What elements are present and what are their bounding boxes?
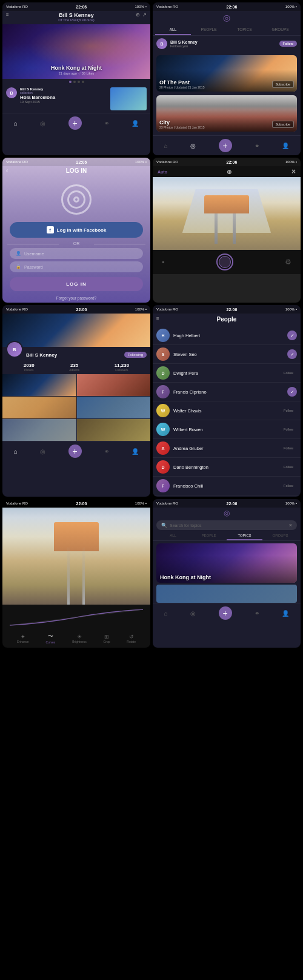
battery-4: 100% ▪ (285, 160, 297, 164)
share-icon[interactable]: ↗ (142, 12, 147, 18)
phone-search: Vodafone RO 22:06 100% ▪ ◎ ALL PEOPLE TO… (153, 2, 301, 155)
battery-8: 100% ▪ (285, 502, 297, 505)
close-icon[interactable]: × (291, 167, 296, 176)
tab-groups[interactable]: GROUPS (262, 25, 298, 35)
nav-home[interactable]: ⌂ (14, 120, 18, 127)
nav-eye-2[interactable]: ◎ (190, 143, 196, 149)
follow-francisco[interactable]: Follow (280, 483, 297, 489)
tool-crop[interactable]: ⊞ Crop (104, 634, 110, 643)
nav-add-8[interactable]: + (219, 606, 232, 620)
dot-1[interactable] (69, 81, 72, 83)
nav-bino-5[interactable]: ⚭ (104, 448, 109, 455)
person-dwight: D Dwight Pera Follow (153, 364, 301, 383)
nav-eye-5[interactable]: ◎ (40, 448, 45, 455)
nav-eye-8[interactable]: ◎ (190, 610, 196, 617)
nav-people-2[interactable]: 👤 (282, 143, 289, 149)
forgot-password-link[interactable]: Forgot your password? (2, 294, 150, 303)
nav-people-8[interactable]: 👤 (282, 610, 289, 617)
username-field[interactable]: 👤 Username (10, 248, 143, 259)
edit-toolbar: ✦ Enhance 〜 Curves ☀ Brightness ⊞ Crop ↺… (2, 629, 150, 648)
nav-home-2[interactable]: ⌂ (164, 143, 168, 149)
search-tabs: ALL PEOPLE TOPICS GROUPS (153, 25, 301, 36)
time-2: 22:06 (226, 5, 237, 9)
tool-rotate[interactable]: ↺ Rotate (127, 634, 136, 643)
topics-tab-people[interactable]: PEOPLE (191, 532, 227, 540)
status-bar-5: Vodafone RO 22:06 100% ▪ (2, 305, 150, 314)
dot-2[interactable] (73, 81, 76, 83)
phone-people: Vodafone RO 22:06 100% ▪ ≡ People H Hugh… (153, 305, 301, 497)
following-button[interactable]: Following (124, 352, 147, 358)
back-button[interactable]: ‹ (6, 167, 8, 174)
bottom-nav-2: ⌂ ◎ + ⚭ 👤 (153, 135, 301, 155)
auto-label[interactable]: Auto (158, 170, 167, 174)
carrier-3: Vodafone RO (6, 160, 28, 164)
tab-all[interactable]: ALL (155, 25, 191, 35)
follow-wilbert[interactable]: Follow (280, 426, 297, 432)
check-steven[interactable]: ✓ (287, 349, 297, 359)
subscribe-btn-past[interactable]: Subscribe (272, 81, 294, 88)
nav-eye[interactable]: ◎ (40, 120, 45, 127)
photo-3[interactable] (2, 397, 76, 418)
nav-bino-8[interactable]: ⚭ (255, 610, 259, 617)
fb-btn-label: Log in with Facebook (57, 227, 107, 233)
tool-enhance[interactable]: ✦ Enhance (17, 634, 29, 643)
follow-button[interactable]: Follow (279, 41, 297, 47)
dot-4[interactable] (82, 81, 84, 83)
target-dot (73, 196, 79, 203)
follow-dwight[interactable]: Follow (280, 370, 297, 376)
follow-walter[interactable]: Follow (280, 408, 297, 414)
flip-icon[interactable]: ⚙ (285, 258, 291, 266)
tool-curves[interactable]: 〜 Curves (45, 633, 55, 644)
check-hugh[interactable]: ✓ (287, 331, 297, 340)
photo-1[interactable] (2, 374, 76, 396)
topics-tab-topics[interactable]: TOPICS (227, 532, 262, 540)
battery-1: 100% ▪ (135, 5, 147, 8)
menu-icon-6[interactable]: ≡ (156, 316, 159, 321)
camera-icon[interactable]: ⊕ (227, 169, 231, 175)
tab-topics[interactable]: TOPICS (227, 25, 262, 35)
nav-add-2[interactable]: + (219, 139, 232, 152)
nav-binoculars[interactable]: ⚭ (104, 120, 109, 127)
topic-card-hk[interactable]: Honk Kong at Night (156, 543, 297, 583)
person-andrea: A Andrea Gruber Follow (153, 439, 301, 458)
dot-3[interactable] (78, 81, 80, 83)
tab-people[interactable]: PEOPLE (191, 25, 227, 35)
shutter-button[interactable] (216, 253, 233, 270)
search-close-8[interactable]: × (289, 522, 292, 528)
tool-brightness[interactable]: ☀ Brightness (72, 634, 87, 643)
nav-people-5[interactable]: 👤 (132, 448, 139, 455)
mini-card-1[interactable] (156, 585, 297, 603)
nav-people[interactable]: 👤 (132, 120, 139, 127)
nav-home-8[interactable]: ⌂ (164, 610, 168, 617)
battery-7: 100% ▪ (135, 502, 147, 505)
check-francis[interactable]: ✓ (287, 387, 297, 397)
search-bar-8[interactable]: 🔍 Search for topics × (156, 520, 297, 530)
carrier-6: Vodafone RO (156, 307, 178, 311)
menu-icon[interactable]: ≡ (6, 12, 9, 18)
topics-tab-all[interactable]: ALL (155, 532, 191, 540)
photo-6[interactable] (77, 419, 151, 441)
subscribe-btn-city[interactable]: Subscribe (272, 121, 294, 128)
photo-5[interactable] (2, 419, 76, 441)
follows-you: Follows you (170, 44, 198, 48)
search-icon[interactable]: ⊕ (136, 12, 140, 18)
nav-bino-2[interactable]: ⚭ (255, 143, 259, 149)
facebook-login-button[interactable]: f Log in with Facebook (10, 222, 143, 238)
right-rail (82, 546, 85, 605)
nav-add-5[interactable]: + (68, 445, 82, 458)
carrier-5: Vodafone RO (6, 307, 28, 311)
avatar-walter: W (156, 404, 170, 417)
follow-dario[interactable]: Follow (280, 464, 297, 470)
follow-andrea[interactable]: Follow (280, 445, 297, 451)
password-field[interactable]: 🔒 Password (10, 261, 143, 272)
gallery-icon[interactable]: ▪ (162, 258, 164, 266)
login-button[interactable]: LOG IN (10, 277, 143, 291)
card-of-the-past[interactable]: Of The Past 28 Photos | Updated 21 Jan 2… (156, 55, 297, 92)
photo-4[interactable] (77, 397, 151, 418)
topics-tab-groups[interactable]: GROUPS (262, 532, 298, 540)
photo-2[interactable] (77, 374, 151, 396)
card-city[interactable]: City 23 Photos | Updated 21 Jan 2015 Sub… (156, 95, 297, 132)
nav-add[interactable]: + (68, 116, 82, 130)
name-walter: Walter Chavis (173, 408, 276, 414)
nav-home-5[interactable]: ⌂ (14, 448, 18, 455)
